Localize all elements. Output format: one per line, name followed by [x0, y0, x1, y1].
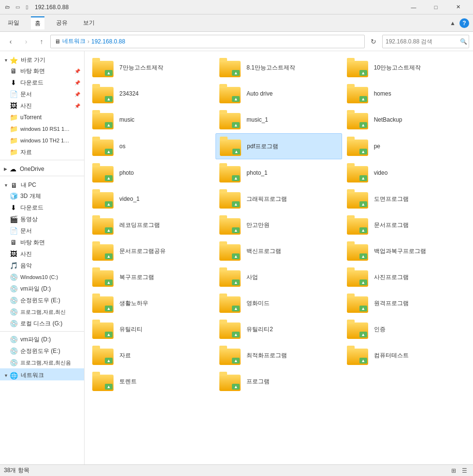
sidebar-item-dl[interactable]: ⬇ 다운로드 [4, 202, 84, 213]
close-button[interactable]: ✕ [447, 0, 469, 14]
sidebar-item-g[interactable]: 💿 로컬 디스크 (G:) [4, 318, 84, 329]
sidebar-item-win-rs1[interactable]: 📁 windows 10 RS1 1… [4, 123, 84, 135]
sidebar-item-data[interactable]: 📁 자료 [4, 146, 84, 158]
folder-item[interactable]: ▲ 10만능고스트제작 [343, 55, 469, 80]
search-box[interactable]: 🔍 [382, 35, 469, 48]
view-list-button[interactable]: ☰ [459, 466, 469, 476]
folder-item[interactable]: ▲ photo_1 [215, 160, 342, 185]
sidebar-item-music[interactable]: 🎵 음악 [4, 260, 84, 271]
folder-item[interactable]: ▲ 영화미드 [215, 291, 342, 316]
address-crumb-ip[interactable]: 192.168.0.88 [91, 38, 125, 45]
folder-badge-arrow-icon: ▲ [107, 333, 111, 337]
folder-item[interactable]: ▲ 유틸리티2 [215, 317, 342, 342]
folder-item[interactable]: ▲ 그래픽프로그램 [215, 186, 342, 211]
ribbon-tab-share[interactable]: 공유 [52, 17, 72, 29]
sidebar-mypc-header[interactable]: ▼ 🖥 내 PC [0, 178, 84, 190]
folder-item[interactable]: ▲ pe [343, 133, 469, 159]
sidebar-item-downloads[interactable]: ⬇ 다운로드 📌 [4, 77, 84, 88]
sidebar-item-desktop[interactable]: 🖥 바탕 화면 📌 [4, 65, 84, 77]
back-button[interactable]: ‹ [4, 35, 17, 48]
dl-icon: ⬇ [10, 204, 17, 211]
folder-item[interactable]: ▲ music_1 [215, 107, 342, 132]
help-icon[interactable]: ? [459, 18, 469, 28]
sidebar-quickaccess-header[interactable]: ▼ ⭐ 바로 가기 [0, 53, 84, 65]
ribbon-tab-file[interactable]: 파일 [4, 17, 23, 29]
folder-item[interactable]: ▲ 도면프로그램 [343, 186, 469, 211]
folder-item[interactable]: ▲ 원격프로그램 [343, 291, 469, 316]
maximize-button[interactable]: □ [425, 0, 447, 14]
minimize-button[interactable]: — [402, 0, 425, 14]
folder-item[interactable]: ▲ 백업과복구프로그램 [343, 238, 469, 264]
sidebar-item-video[interactable]: 🎬 동영상 [4, 213, 84, 225]
folder-item[interactable]: ▲ photo [88, 160, 215, 185]
ribbon-tab-home[interactable]: 홈 [31, 16, 44, 29]
folder-item[interactable]: ▲ 토렌트 [88, 369, 215, 394]
search-input[interactable] [386, 38, 458, 45]
sidebar-item-documents[interactable]: 📄 문서 📌 [4, 88, 84, 100]
ribbon-tab-view[interactable]: 보기 [79, 17, 99, 29]
sidebar-item-doc[interactable]: 📄 문서 [4, 225, 84, 237]
address-crumb-network[interactable]: 네트워크 [62, 37, 86, 45]
folder-item[interactable]: ▲ 백신프로그램 [215, 238, 342, 264]
forward-button[interactable]: › [19, 35, 33, 48]
folder-item[interactable]: ▲ 만고만원 [215, 212, 342, 238]
sidebar-item-3d[interactable]: 🧊 3D 개체 [4, 190, 84, 202]
window-icon-page: ▯ [23, 3, 31, 11]
folder-tab [92, 58, 100, 62]
sidebar-network-header[interactable]: ▼ 🌐 네트워크 [0, 368, 84, 380]
sidebar-item-net-d[interactable]: 💿 vm파일 (D:) [4, 334, 84, 345]
view-grid-button[interactable]: ⊞ [449, 466, 459, 476]
sidebar-pc-items: 🧊 3D 개체 ⬇ 다운로드 🎬 동영상 📄 문서 🖥 바탕 화면 🖼 사 [0, 190, 84, 329]
sidebar-item-net-prog[interactable]: 💿 프로그램,자료,최신음 [4, 357, 84, 368]
folder-item[interactable]: ▲ 프로그램 [215, 369, 342, 394]
ribbon-collapse-icon[interactable]: ▲ [450, 20, 456, 27]
sidebar-item-net-e[interactable]: 💿 순정윈도우 (E:) [4, 345, 84, 357]
folder-badge-arrow-icon: ▲ [234, 97, 238, 101]
folder-name: music [119, 116, 134, 123]
folder-icon-container: ▲ [92, 320, 115, 339]
folder-item[interactable]: ▲ Auto drive [215, 81, 342, 106]
folder-badge: ▲ [232, 70, 240, 76]
sidebar-onedrive-header[interactable]: ▶ ☁ OneDrive [0, 162, 84, 174]
sidebar-item-prog[interactable]: 💿 프로그램,자료,최신 [4, 306, 84, 318]
folder-item[interactable]: ▲ 사진프로그램 [343, 265, 469, 290]
folder-item[interactable]: ▲ 8.1만능고스트제작 [215, 55, 342, 80]
folder-item[interactable]: ▲ 컴퓨터테스트 [343, 343, 469, 368]
sidebar-item-d[interactable]: 💿 vm파일 (D:) [4, 283, 84, 294]
folder-item[interactable]: ▲ 자료 [88, 343, 215, 368]
up-button[interactable]: ↑ [35, 35, 48, 48]
folder-item[interactable]: ▲ os [88, 133, 215, 159]
folder-shape: ▲ [92, 375, 114, 391]
sidebar-item-e[interactable]: 💿 순정윈도우 (E:) [4, 294, 84, 306]
sidebar-item-pic[interactable]: 🖼 사진 [4, 248, 84, 260]
folder-item[interactable]: ▲ video [343, 160, 469, 185]
sidebar-item-utorrent[interactable]: 📁 uTorrent [4, 112, 84, 123]
folder-badge: ▲ [105, 227, 113, 233]
sidebar-item-c[interactable]: 💿 Windows10 (C:) [4, 271, 84, 283]
address-path[interactable]: 🖥 네트워크 › 192.168.0.88 [50, 35, 365, 48]
folder-item[interactable]: ▲ 문서프로그램 [343, 212, 469, 238]
folder-item[interactable]: ▲ 7만능고스트제작 [88, 55, 215, 80]
folder-shape: ▲ [347, 349, 368, 365]
folder-item[interactable]: ▲ 유틸리티 [88, 317, 215, 342]
sidebar-item-pictures[interactable]: 🖼 사진 📌 [4, 100, 84, 112]
folder-shape: ▲ [92, 244, 114, 261]
folder-item[interactable]: ▲ 최적화프로그램 [215, 343, 342, 368]
folder-item[interactable]: ▲ NetBackup [343, 107, 469, 132]
folder-item[interactable]: ▲ 생활노하우 [88, 291, 215, 316]
refresh-button[interactable]: ↻ [367, 35, 380, 48]
folder-item[interactable]: ▲ homes [343, 81, 469, 106]
sidebar-item-dsk[interactable]: 🖥 바탕 화면 [4, 237, 84, 248]
folder-item[interactable]: ▲ pdf프로그램 [215, 133, 342, 159]
sidebar-item-win-th2[interactable]: 📁 windows 10 TH2 1… [4, 135, 84, 146]
folder-body: ▲ [347, 218, 368, 235]
folder-item[interactable]: ▲ video_1 [88, 186, 215, 211]
folder-body: ▲ [347, 244, 368, 261]
folder-item[interactable]: ▲ 234324 [88, 81, 215, 106]
folder-item[interactable]: ▲ 복구프로그램 [88, 265, 215, 290]
folder-item[interactable]: ▲ 인증 [343, 317, 469, 342]
folder-item[interactable]: ▲ 문서프로그램공유 [88, 238, 215, 264]
folder-item[interactable]: ▲ music [88, 107, 215, 132]
folder-item[interactable]: ▲ 레코딩프로그램 [88, 212, 215, 238]
folder-item[interactable]: ▲ 사업 [215, 265, 342, 290]
